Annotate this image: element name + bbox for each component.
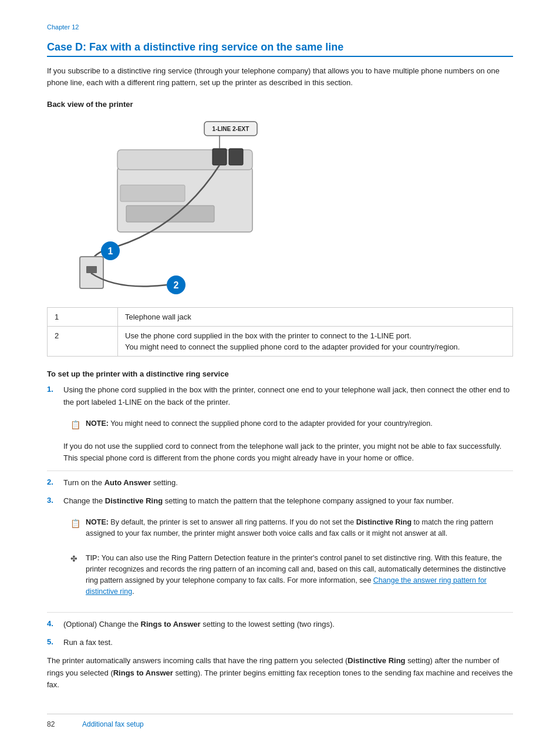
- svg-rect-5: [229, 149, 243, 165]
- section-title: Case D: Fax with a distinctive ring serv…: [47, 41, 513, 57]
- step-5-text: Run a fax test.: [63, 637, 513, 649]
- table-desc-2b: You might need to connect the supplied p…: [125, 342, 505, 351]
- note-icon-1: 📋: [70, 418, 82, 431]
- svg-rect-10: [86, 266, 97, 273]
- note-icon-3: 📋: [70, 517, 82, 530]
- step-2-text: Turn on the Auto Answer setting.: [63, 477, 513, 489]
- svg-point-13: [167, 275, 185, 294]
- step-3-content: Change the Distinctive Ring setting to m…: [63, 495, 513, 606]
- step-1-text: Using the phone cord supplied in the box…: [63, 384, 513, 409]
- back-view-label: Back view of the printer: [47, 100, 513, 109]
- closing-para: The printer automatically answers incomi…: [47, 655, 513, 691]
- step-1-note-text: NOTE: You might need to connect the supp…: [86, 418, 433, 429]
- step-3: 3. Change the Distinctive Ring setting t…: [47, 495, 513, 606]
- step-3-note-text: NOTE: By default, the printer is set to …: [86, 517, 506, 539]
- table-row-1: 1 Telephone wall jack: [48, 308, 513, 327]
- table-desc-2a: Use the phone cord supplied in the box w…: [125, 331, 505, 340]
- footer-page-num: 82: [47, 720, 70, 728]
- step-4-content: (Optional) Change the Rings to Answer se…: [63, 619, 513, 631]
- svg-text:2: 2: [174, 280, 179, 290]
- table-cell-num-2: 2: [48, 327, 118, 357]
- step-divider-1: [47, 471, 513, 471]
- printer-diagram: 1-LINE 2-EXT 1 2: [59, 115, 305, 297]
- step-2-num: 2.: [47, 477, 63, 486]
- step-1-note: 📋 NOTE: You might need to connect the su…: [63, 414, 513, 436]
- tip-icon-3: ✤: [70, 553, 82, 565]
- footer-text: Additional fax setup: [82, 720, 144, 728]
- step-5-num: 5.: [47, 637, 63, 646]
- step-4-text: (Optional) Change the Rings to Answer se…: [63, 619, 513, 631]
- step-1-content: Using the phone cord supplied in the box…: [63, 384, 513, 465]
- setup-title: To set up the printer with a distinctive…: [47, 369, 513, 378]
- steps-container: 1. Using the phone cord supplied in the …: [47, 384, 513, 649]
- step-2: 2. Turn on the Auto Answer setting.: [47, 477, 513, 489]
- step-2-content: Turn on the Auto Answer setting.: [63, 477, 513, 489]
- step-3-tip: ✤ TIP: You can also use the Ring Pattern…: [63, 548, 513, 601]
- info-table: 1 Telephone wall jack 2 Use the phone co…: [47, 307, 513, 357]
- svg-rect-9: [80, 257, 103, 288]
- table-cell-desc-2: Use the phone cord supplied in the box w…: [118, 327, 513, 357]
- step-1: 1. Using the phone cord supplied in the …: [47, 384, 513, 465]
- step-4: 4. (Optional) Change the Rings to Answer…: [47, 619, 513, 631]
- svg-rect-1: [117, 150, 252, 170]
- step-divider-3: [47, 612, 513, 613]
- step-5-content: Run a fax test.: [63, 637, 513, 649]
- footer: 82 Additional fax setup: [47, 714, 513, 728]
- svg-point-11: [101, 241, 120, 260]
- svg-rect-4: [212, 149, 227, 165]
- step-3-text: Change the Distinctive Ring setting to m…: [63, 495, 513, 508]
- step-3-note: 📋 NOTE: By default, the printer is set t…: [63, 512, 513, 544]
- intro-text: If you subscribe to a distinctive ring s…: [47, 65, 513, 88]
- step-4-num: 4.: [47, 619, 63, 628]
- svg-rect-0: [117, 167, 252, 232]
- svg-rect-6: [204, 122, 257, 136]
- diagram-svg: 1-LINE 2-EXT 1 2: [59, 115, 305, 297]
- svg-text:1-LINE  2-EXT: 1-LINE 2-EXT: [212, 126, 249, 132]
- svg-text:1: 1: [108, 246, 113, 256]
- table-cell-num-1: 1: [48, 308, 118, 327]
- chapter-label: Chapter 12: [47, 23, 513, 31]
- svg-rect-3: [126, 206, 214, 222]
- step-1-num: 1.: [47, 384, 63, 394]
- table-row-2: 2 Use the phone cord supplied in the box…: [48, 327, 513, 357]
- step-3-num: 3.: [47, 495, 63, 505]
- svg-rect-2: [120, 185, 185, 201]
- step-3-tip-text: TIP: You can also use the Ring Pattern D…: [86, 553, 506, 597]
- step-5: 5. Run a fax test.: [47, 637, 513, 649]
- step-1-extra: If you do not use the supplied cord to c…: [63, 441, 513, 465]
- table-cell-desc-1: Telephone wall jack: [118, 308, 513, 327]
- tip-link[interactable]: Change the answer ring pattern for disti…: [86, 576, 487, 596]
